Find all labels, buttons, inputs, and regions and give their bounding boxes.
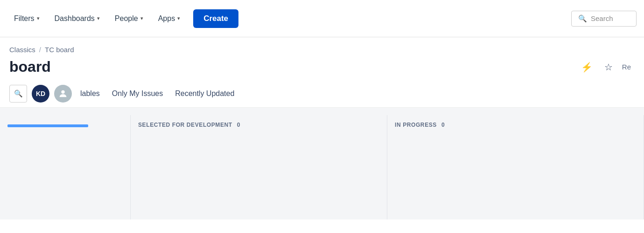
apps-chevron-icon: ▾: [177, 15, 180, 21]
col-blue-bar: [7, 124, 88, 127]
only-my-issues-label[interactable]: Only My Issues: [108, 88, 167, 100]
breadcrumb-separator: /: [39, 46, 41, 54]
board-search-button[interactable]: 🔍: [9, 85, 27, 103]
dashboards-chevron-icon: ▾: [97, 15, 100, 21]
search-icon: 🔍: [578, 14, 587, 23]
breadcrumb: Classics / TC board: [0, 37, 644, 56]
board-area: SELECTED FOR DEVELOPMENT 0 IN PROGRESS 0: [0, 108, 644, 219]
person-icon: [58, 89, 68, 99]
board-col-inprogress-header: IN PROGRESS 0: [395, 122, 636, 128]
people-label: People: [115, 14, 138, 23]
board-col-selected: SELECTED FOR DEVELOPMENT 0: [131, 115, 387, 219]
search-label: Search: [591, 14, 613, 22]
board-search-icon: 🔍: [14, 89, 23, 98]
nav-items: Filters ▾ Dashboards ▾ People ▾ Apps ▾ C…: [7, 9, 571, 28]
board-col-inprogress: IN PROGRESS 0: [387, 115, 644, 219]
tables-partial-label[interactable]: lables: [77, 88, 104, 100]
top-nav: Filters ▾ Dashboards ▾ People ▾ Apps ▾ C…: [0, 0, 644, 37]
title-icons: ⚡ ☆ Re: [579, 59, 631, 75]
svg-point-0: [61, 90, 64, 94]
re-label[interactable]: Re: [622, 63, 631, 71]
create-button[interactable]: Create: [193, 9, 238, 28]
star-icon-button[interactable]: ☆: [601, 59, 616, 75]
dashboards-label: Dashboards: [55, 14, 95, 23]
avatar-generic[interactable]: [54, 85, 72, 103]
breadcrumb-board[interactable]: TC board: [45, 46, 74, 54]
search-box[interactable]: 🔍 Search: [571, 11, 637, 27]
page-title-row: board ⚡ ☆ Re: [0, 56, 644, 80]
apps-label: Apps: [158, 14, 175, 23]
star-icon: ☆: [604, 62, 613, 73]
nav-item-people[interactable]: People ▾: [108, 11, 150, 27]
nav-item-filters[interactable]: Filters ▾: [7, 11, 46, 27]
page-title: board: [9, 58, 579, 75]
breadcrumb-project[interactable]: Classics: [9, 46, 35, 54]
filters-label: Filters: [14, 14, 35, 23]
lightning-icon-button[interactable]: ⚡: [579, 59, 595, 75]
nav-item-apps[interactable]: Apps ▾: [152, 11, 187, 27]
filters-chevron-icon: ▾: [37, 15, 40, 21]
avatar-kd[interactable]: KD: [32, 85, 49, 103]
recently-updated-label[interactable]: Recently Updated: [171, 88, 238, 100]
lightning-icon: ⚡: [581, 62, 593, 73]
people-chevron-icon: ▾: [140, 15, 143, 21]
nav-item-dashboards[interactable]: Dashboards ▾: [48, 11, 106, 27]
board-col-selected-header: SELECTED FOR DEVELOPMENT 0: [138, 122, 379, 128]
filter-row: 🔍 KD lables Only My Issues Recently Upda…: [0, 80, 644, 108]
board-col-left: [0, 115, 131, 219]
